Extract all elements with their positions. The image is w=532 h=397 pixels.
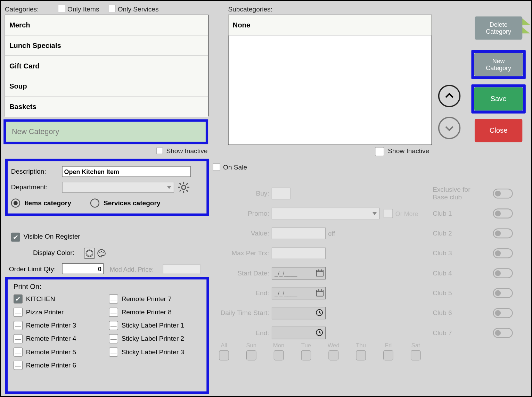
- printer-checkbox-row[interactable]: ✔KITCHEN: [14, 295, 101, 304]
- club-label: Club 7: [433, 329, 493, 337]
- move-up-button[interactable]: [438, 85, 461, 107]
- close-button[interactable]: Close: [475, 119, 522, 142]
- category-row[interactable]: Merch: [5, 15, 208, 36]
- mod-add-price-label: Mod Add. Price:: [110, 266, 154, 273]
- delete-category-l2: Category: [486, 28, 511, 35]
- mod-add-price-input: [163, 264, 200, 274]
- days-row: AllSunMonTueWedThuFriSat: [218, 342, 422, 361]
- value-input: [272, 228, 326, 239]
- printer-checkbox-row[interactable]: —Sticky Label Printer 1: [109, 321, 184, 330]
- new-category-l2: Category: [486, 65, 511, 72]
- printer-checkbox[interactable]: —: [109, 334, 118, 343]
- categories-label: Categories:: [5, 6, 39, 13]
- day-column: Sat: [409, 342, 422, 361]
- or-more-checkbox: [384, 209, 393, 218]
- show-inactive-categories-checkbox[interactable]: [156, 148, 163, 154]
- new-category-row[interactable]: New Category: [3, 119, 208, 144]
- category-row[interactable]: Gift Card: [5, 56, 208, 76]
- daily-time-end-label: End:: [218, 329, 272, 337]
- printer-checkbox-row[interactable]: —Remote Printer 3: [14, 321, 101, 330]
- printer-checkbox[interactable]: —: [14, 321, 23, 330]
- exclusive-base-club-toggle: [493, 189, 513, 199]
- subcategory-row[interactable]: None: [229, 15, 432, 36]
- only-items-label: Only Items: [67, 6, 99, 13]
- svg-line-6: [186, 190, 188, 191]
- or-more-label: Or More: [395, 210, 418, 217]
- svg-line-22: [319, 313, 321, 313]
- exclusive-base-club-label: Exclusive for Base club: [433, 186, 493, 201]
- promo-label: Promo:: [218, 210, 272, 217]
- printer-checkbox[interactable]: ✔: [14, 295, 23, 304]
- display-color-picker-icon[interactable]: [84, 248, 95, 259]
- start-date-input: _/_/____: [272, 267, 326, 280]
- printer-label: Pizza Printer: [26, 308, 64, 316]
- daily-time-start-label: Daily Time Start:: [218, 309, 272, 317]
- department-select[interactable]: [62, 182, 174, 193]
- day-column: Fri: [382, 342, 395, 361]
- printer-checkbox[interactable]: —: [109, 308, 118, 317]
- only-items-checkbox[interactable]: [58, 5, 66, 13]
- buy-input: [272, 188, 290, 199]
- printer-label: Remote Printer 6: [26, 362, 76, 369]
- printer-checkbox-row[interactable]: —Remote Printer 5: [14, 347, 101, 356]
- items-category-radio[interactable]: [11, 199, 20, 208]
- printer-label: Remote Printer 5: [26, 348, 76, 356]
- printer-checkbox-row[interactable]: —Pizza Printer: [14, 308, 101, 317]
- club-label: Club 2: [433, 230, 493, 237]
- day-column: Thu: [355, 342, 367, 361]
- printer-checkbox-row[interactable]: —Sticky Label Printer 2: [109, 334, 184, 343]
- only-services-checkbox[interactable]: [108, 5, 116, 13]
- printer-checkbox[interactable]: —: [109, 295, 118, 304]
- description-panel: Description: Department: Items category …: [5, 159, 209, 216]
- printer-checkbox[interactable]: —: [109, 347, 118, 356]
- clubs-column: Exclusive for Base club Club 1Club 2Club…: [433, 184, 524, 343]
- services-category-radio[interactable]: [90, 199, 99, 208]
- day-column: All: [218, 342, 230, 361]
- print-on-panel: Print On: ✔KITCHEN—Pizza Printer—Remote …: [5, 277, 209, 394]
- printer-checkbox-row[interactable]: —Sticky Label Printer 3: [109, 347, 184, 356]
- show-inactive-subcategories-label: Show Inactive: [388, 148, 429, 155]
- category-row[interactable]: Soup: [5, 76, 208, 97]
- printer-checkbox[interactable]: —: [14, 334, 23, 343]
- palette-icon[interactable]: [97, 248, 107, 258]
- on-sale-checkbox[interactable]: [213, 163, 220, 171]
- club-row: Club 4: [433, 263, 524, 283]
- category-row[interactable]: Baskets: [5, 97, 208, 117]
- show-inactive-subcategories-checkbox[interactable]: [375, 147, 384, 156]
- new-category-highlight: New Category: [471, 50, 525, 79]
- day-column: Mon: [272, 342, 285, 361]
- printer-checkbox[interactable]: —: [109, 321, 118, 330]
- printer-checkbox-row[interactable]: —Remote Printer 8: [109, 308, 184, 317]
- day-label: Thu: [356, 342, 366, 349]
- day-label: Sun: [246, 342, 256, 349]
- visible-on-register-checkbox[interactable]: ✔: [11, 233, 20, 242]
- svg-line-25: [319, 332, 321, 333]
- club-row: Club 2: [433, 223, 524, 243]
- new-category-button[interactable]: New Category: [474, 53, 523, 76]
- delete-category-button[interactable]: Delete Category: [475, 16, 522, 40]
- printer-checkbox[interactable]: —: [14, 308, 23, 317]
- save-button[interactable]: Save: [474, 87, 523, 110]
- categories-list[interactable]: Merch Lunch Specials Gift Card Soup Bask…: [5, 15, 208, 116]
- order-limit-qty-input[interactable]: [62, 263, 104, 274]
- printer-checkbox[interactable]: —: [14, 361, 23, 370]
- gear-icon[interactable]: [178, 181, 190, 193]
- move-down-button[interactable]: [438, 117, 461, 139]
- description-label: Description:: [11, 168, 59, 175]
- printer-checkbox-row[interactable]: —Remote Printer 7: [109, 295, 184, 304]
- printer-checkbox[interactable]: —: [14, 347, 23, 356]
- subcategories-list[interactable]: None: [228, 15, 432, 145]
- day-label: All: [221, 342, 227, 349]
- printer-checkbox-row[interactable]: —Remote Printer 6: [14, 361, 101, 370]
- off-label: off: [328, 230, 335, 237]
- new-category-text: New Category: [12, 127, 59, 136]
- category-row[interactable]: Lunch Specials: [5, 35, 208, 56]
- club-label: Club 6: [433, 309, 493, 317]
- printer-checkbox-row[interactable]: —Remote Printer 4: [14, 334, 101, 343]
- day-column: Tue: [300, 342, 312, 361]
- club-label: Club 1: [433, 210, 493, 217]
- calendar-icon: [315, 288, 324, 297]
- club-row: Club 5: [433, 283, 524, 303]
- max-per-trx-input: [272, 248, 326, 259]
- description-input[interactable]: [62, 166, 191, 177]
